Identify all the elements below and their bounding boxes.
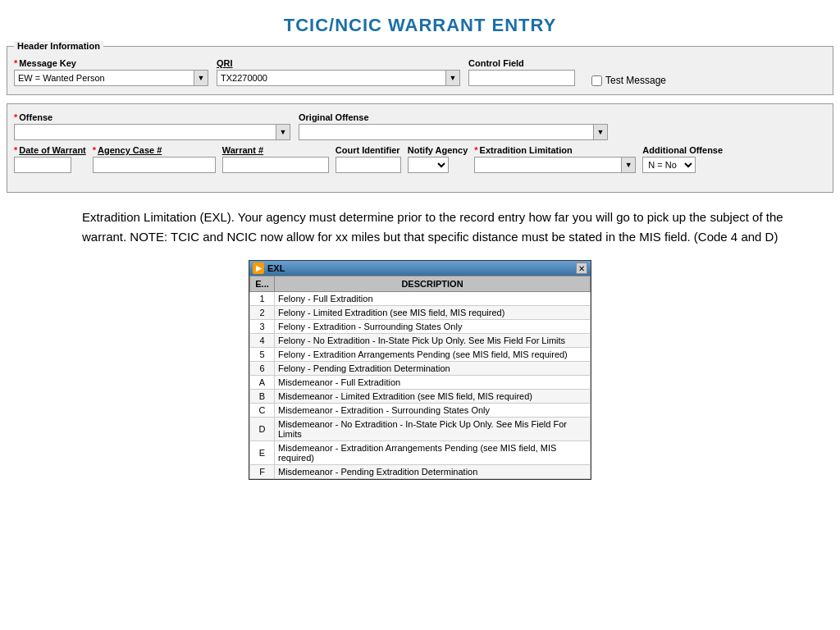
exl-titlebar-left: ▶ EXL — [253, 262, 285, 274]
agency-case-input[interactable] — [93, 157, 216, 173]
message-key-dropdown-arrow[interactable]: ▼ — [194, 70, 208, 86]
additional-offense-select[interactable]: N = No — [642, 157, 696, 173]
offense-required-star: * — [14, 112, 17, 122]
exl-title: EXL — [267, 263, 285, 273]
offense-group: *Offense ▼ — [14, 112, 290, 140]
header-fields-row: *Message Key ▼ QRI ▼ Control Field Test … — [14, 58, 826, 86]
warrant-num-label: Warrant # — [222, 145, 329, 155]
date-required-star: * — [14, 145, 17, 155]
additional-offense-label: Additional Offense — [642, 145, 723, 155]
qri-label: QRI — [217, 58, 460, 68]
offense-section: *Offense ▼ Original Offense ▼ *Date of W… — [7, 103, 833, 193]
court-id-group: Court Identifier — [336, 145, 401, 173]
court-id-input[interactable] — [336, 157, 401, 173]
date-of-warrant-input[interactable] — [14, 157, 71, 173]
exl-code-cell: A — [250, 376, 275, 390]
table-row[interactable]: 1Felony - Full Extradition — [250, 292, 591, 306]
offense-input[interactable] — [14, 124, 276, 140]
exl-code-cell: 4 — [250, 334, 275, 348]
header-legend: Header Information — [14, 41, 103, 51]
offense-input-group: ▼ — [14, 124, 290, 140]
test-message-label: Test Message — [605, 75, 666, 86]
message-key-input-group: ▼ — [14, 70, 208, 86]
message-key-label: *Message Key — [14, 58, 208, 68]
exl-code-cell: C — [250, 404, 275, 418]
exl-container: ▶ EXL ✕ E... DESCRIPTION 1Felony - Full … — [249, 260, 591, 480]
exl-code-cell: 1 — [250, 292, 275, 306]
exl-desc-cell: Misdemeanor - Full Extradition — [275, 376, 591, 390]
page-title: TCIC/NCIC WARRANT ENTRY — [0, 0, 840, 46]
exl-close-button[interactable]: ✕ — [576, 262, 587, 274]
table-row[interactable]: 6Felony - Pending Extradition Determinat… — [250, 362, 591, 376]
exl-desc-cell: Misdemeanor - Extradition Arrangements P… — [275, 441, 591, 465]
qri-group: QRI ▼ — [217, 58, 460, 86]
required-star: * — [14, 58, 17, 68]
description-text: Extradition Limitation (EXL). Your agenc… — [82, 208, 791, 247]
extradition-group: *Extradition Limitation ▼ — [474, 145, 636, 173]
original-offense-dropdown-arrow[interactable]: ▼ — [593, 124, 608, 140]
table-row[interactable]: 2Felony - Limited Extradition (see MIS f… — [250, 306, 591, 320]
table-row[interactable]: 3Felony - Extradition - Surrounding Stat… — [250, 320, 591, 334]
exl-desc-cell: Misdemeanor - Pending Extradition Determ… — [275, 465, 591, 479]
exl-title-icon: ▶ — [253, 262, 264, 274]
test-message-group: Test Message — [591, 75, 666, 86]
test-message-checkbox[interactable] — [591, 75, 602, 86]
offense-row: *Offense ▼ Original Offense ▼ — [14, 112, 826, 140]
exl-table: E... DESCRIPTION 1Felony - Full Extradit… — [249, 276, 591, 479]
exl-desc-cell: Misdemeanor - No Extradition - In-State … — [275, 418, 591, 441]
message-key-group: *Message Key ▼ — [14, 58, 208, 86]
exl-titlebar: ▶ EXL ✕ — [249, 261, 591, 276]
exl-desc-cell: Felony - Extradition Arrangements Pendin… — [275, 348, 591, 362]
date-of-warrant-label: *Date of Warrant — [14, 145, 86, 155]
notify-agency-group: Notify Agency — [408, 145, 468, 173]
table-row[interactable]: FMisdemeanor - Pending Extradition Deter… — [250, 465, 591, 479]
control-field-label: Control Field — [468, 58, 575, 68]
exl-desc-cell: Felony - Limited Extradition (see MIS fi… — [275, 306, 591, 320]
exl-desc-cell: Felony - Full Extradition — [275, 292, 591, 306]
table-row[interactable]: CMisdemeanor - Extradition - Surrounding… — [250, 404, 591, 418]
original-offense-input[interactable] — [299, 124, 594, 140]
warrant-num-group: Warrant # — [222, 145, 329, 173]
table-row[interactable]: AMisdemeanor - Full Extradition — [250, 376, 591, 390]
table-row[interactable]: 4Felony - No Extradition - In-State Pick… — [250, 334, 591, 348]
agency-case-required-star: * — [93, 145, 96, 155]
court-id-label: Court Identifier — [336, 145, 401, 155]
additional-offense-group: Additional Offense N = No — [642, 145, 723, 173]
agency-case-label: *Agency Case # — [93, 145, 216, 155]
qri-input-group: ▼ — [217, 70, 460, 86]
extradition-required-star: * — [474, 145, 477, 155]
exl-code-cell: 6 — [250, 362, 275, 376]
notify-agency-select[interactable] — [408, 157, 449, 173]
control-field-input[interactable] — [468, 70, 575, 86]
original-offense-group: Original Offense ▼ — [299, 112, 608, 140]
notify-agency-input-group — [408, 157, 468, 173]
extradition-dropdown-arrow[interactable]: ▼ — [621, 157, 636, 173]
offense-dropdown-arrow[interactable]: ▼ — [276, 124, 290, 140]
exl-desc-cell: Felony - Pending Extradition Determinati… — [275, 362, 591, 376]
extradition-input[interactable] — [474, 157, 622, 173]
exl-desc-cell: Felony - Extradition - Surrounding State… — [275, 320, 591, 334]
table-row[interactable]: DMisdemeanor - No Extradition - In-State… — [250, 418, 591, 441]
table-row[interactable]: EMisdemeanor - Extradition Arrangements … — [250, 441, 591, 465]
exl-code-cell: 2 — [250, 306, 275, 320]
exl-col-desc-header: DESCRIPTION — [275, 276, 591, 292]
table-row[interactable]: BMisdemeanor - Limited Extradition (see … — [250, 390, 591, 404]
exl-col-code-header: E... — [250, 276, 275, 292]
exl-code-cell: E — [250, 441, 275, 465]
warrant-num-input[interactable] — [222, 157, 329, 173]
qri-input[interactable] — [217, 70, 446, 86]
warrant-row: *Date of Warrant *Agency Case # Warrant … — [14, 145, 826, 173]
exl-desc-cell: Felony - No Extradition - In-State Pick … — [275, 334, 591, 348]
truncated-row-hint — [14, 173, 826, 184]
qri-dropdown-arrow[interactable]: ▼ — [445, 70, 460, 86]
exl-code-cell: D — [250, 418, 275, 441]
exl-code-cell: 3 — [250, 320, 275, 334]
control-field-group: Control Field — [468, 58, 575, 86]
date-of-warrant-group: *Date of Warrant — [14, 145, 86, 173]
exl-code-cell: B — [250, 390, 275, 404]
exl-desc-cell: Misdemeanor - Limited Extradition (see M… — [275, 390, 591, 404]
message-key-input[interactable] — [14, 70, 194, 86]
notify-agency-label: Notify Agency — [408, 145, 468, 155]
exl-desc-cell: Misdemeanor - Extradition - Surrounding … — [275, 404, 591, 418]
table-row[interactable]: 5Felony - Extradition Arrangements Pendi… — [250, 348, 591, 362]
